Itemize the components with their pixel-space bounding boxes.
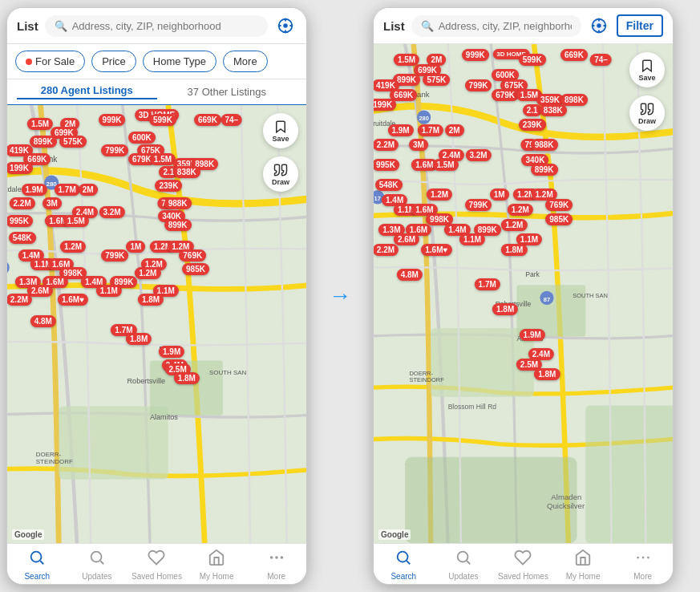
nav-myhome-left[interactable]: My Home — [187, 549, 247, 581]
nav-updates-left[interactable]: Updates — [67, 549, 127, 581]
save-control[interactable]: Save — [263, 113, 298, 148]
price-pin-r[interactable]: 1.7M — [418, 124, 443, 136]
price-pin-r[interactable]: 2.6M — [394, 233, 419, 245]
price-pin-r[interactable]: 199K — [374, 99, 396, 111]
price-pin-r[interactable]: 1M — [490, 189, 509, 201]
price-pin[interactable]: 1.6M♥ — [58, 294, 88, 306]
price-pin-r[interactable]: 1.5M — [394, 54, 419, 66]
price-pin[interactable]: 2.2M — [7, 294, 32, 306]
price-pin[interactable]: 1M — [126, 241, 145, 253]
nav-saved-left[interactable]: Saved Homes — [127, 549, 187, 581]
price-pin-r[interactable]: 995K — [374, 159, 399, 171]
price-pin[interactable]: 1.8M — [138, 294, 164, 306]
price-pin-r[interactable]: 2M — [445, 124, 464, 136]
price-pin[interactable]: 799K — [101, 249, 128, 262]
search-bar-right[interactable]: 🔍 — [411, 15, 581, 37]
price-pin-r[interactable]: 2.2M — [374, 244, 399, 256]
nav-search-right[interactable]: Search — [374, 549, 434, 581]
price-pin[interactable]: 2.2M — [10, 197, 35, 209]
price-pin-r[interactable]: 1.2M — [427, 189, 452, 201]
price-pin-r[interactable]: 899K — [531, 164, 558, 176]
price-pin-r[interactable]: 1.6M♥ — [421, 244, 451, 256]
price-pin[interactable]: 1.5M — [150, 153, 176, 165]
map-right[interactable]: 280 87 17 Burbank Fruitdale Robertsville… — [374, 44, 673, 543]
for-sale-pill[interactable]: For Sale — [15, 51, 85, 72]
price-pill[interactable]: Price — [91, 51, 136, 72]
price-pin-r[interactable]: 679K — [492, 89, 519, 101]
price-pin[interactable]: 2M — [79, 184, 98, 196]
price-pin[interactable]: 575K — [59, 136, 87, 148]
price-pin[interactable]: 3M — [42, 197, 62, 209]
price-pin-r[interactable]: 799K — [465, 79, 492, 91]
map-left[interactable]: 280 87 17 Burbank Fruitdale Robertsville… — [7, 105, 306, 543]
price-pin[interactable]: 1.5M — [27, 118, 53, 130]
price-pin-r[interactable]: 999K — [462, 49, 489, 61]
search-input-left[interactable] — [72, 20, 258, 32]
price-pin[interactable]: 988K — [164, 197, 192, 209]
draw-control-right[interactable]: Draw — [629, 95, 665, 131]
price-pin-r[interactable]: 599K — [519, 54, 546, 66]
price-pin-r[interactable]: 898K — [560, 94, 588, 106]
location-icon-right[interactable] — [588, 14, 610, 37]
nav-more-left[interactable]: More — [246, 549, 306, 581]
price-pin[interactable]: 4.8M — [30, 315, 56, 327]
price-pin[interactable]: 838K — [173, 166, 200, 178]
price-pin-r[interactable]: 1.8M — [501, 244, 527, 256]
price-pin[interactable]: 2.6M — [27, 285, 53, 297]
price-pin-r[interactable]: 548K — [375, 179, 403, 191]
price-pin[interactable]: 600K — [128, 132, 156, 144]
price-pin[interactable]: 199K — [7, 162, 33, 174]
price-pin[interactable]: 1.9M — [159, 346, 184, 358]
price-pin[interactable]: 1.2M — [135, 267, 160, 279]
price-pin-r[interactable]: 985K — [545, 213, 573, 225]
price-pin[interactable]: 1.7M — [54, 184, 79, 196]
price-pin[interactable]: 3.2M — [99, 206, 124, 218]
price-pin[interactable]: 1.1M — [96, 285, 122, 297]
price-pin[interactable]: 999K — [99, 114, 126, 126]
location-icon[interactable] — [274, 14, 297, 37]
price-pin[interactable]: 769K — [179, 249, 206, 262]
nav-saved-right[interactable]: Saved Homes — [493, 549, 553, 581]
price-pin-r[interactable]: 575K — [423, 74, 450, 86]
price-pin[interactable]: 799K — [101, 144, 128, 156]
price-pin-r[interactable]: 1.2M — [508, 204, 533, 216]
nav-more-right[interactable]: More — [613, 549, 673, 581]
price-pin[interactable]: 1.8M — [174, 372, 200, 384]
price-pin[interactable]: 669K — [194, 114, 221, 126]
price-pin-r[interactable]: 988K — [531, 139, 558, 151]
price-pin[interactable]: 985K — [182, 263, 209, 275]
nav-myhome-right[interactable]: My Home — [553, 549, 613, 581]
draw-control[interactable]: Draw — [263, 156, 298, 192]
price-pin[interactable]: 239K — [155, 180, 182, 192]
search-input-right[interactable] — [439, 20, 572, 32]
price-pin[interactable]: 899K — [30, 136, 57, 148]
price-pin[interactable]: 1.2M — [60, 241, 86, 253]
nav-search-left[interactable]: Search — [7, 549, 67, 581]
more-pill[interactable]: More — [223, 51, 268, 72]
price-pin-r[interactable]: 1.9M — [520, 329, 545, 341]
price-pin-r[interactable]: 74– — [590, 54, 612, 66]
price-pin-r[interactable]: 1.1M — [459, 233, 485, 245]
price-pin[interactable]: 1.9M — [21, 184, 47, 196]
price-pin[interactable]: 1.8M — [126, 333, 152, 345]
price-pin-r[interactable]: 4.8M — [397, 269, 423, 281]
price-pin-r[interactable]: 1.2M — [501, 219, 527, 231]
price-pin[interactable]: 899K — [164, 219, 192, 231]
price-pin-r[interactable]: 838K — [540, 104, 567, 116]
price-pin-r[interactable]: 1.7M — [475, 278, 500, 290]
price-pin[interactable]: 995K — [7, 215, 33, 227]
agent-listings-count[interactable]: 280 Agent Listings — [17, 84, 157, 99]
price-pin-r[interactable]: 3.2M — [465, 149, 491, 161]
list-button[interactable]: List — [17, 19, 38, 33]
price-pin-r[interactable]: 669K — [390, 89, 417, 101]
nav-updates-right[interactable]: Updates — [434, 549, 494, 581]
other-listings-count[interactable]: 37 Other Listings — [157, 86, 297, 98]
price-pin[interactable]: 548K — [9, 232, 36, 244]
home-type-pill[interactable]: Home Type — [143, 51, 216, 72]
filter-button[interactable]: Filter — [617, 14, 663, 37]
price-pin-r[interactable]: 799K — [465, 199, 492, 211]
price-pin-r[interactable]: 1.8M — [534, 368, 560, 380]
price-pin-r[interactable]: 239K — [519, 119, 546, 131]
price-pin-r[interactable]: 1.8M — [492, 303, 518, 315]
save-control-right[interactable]: Save — [629, 52, 665, 87]
